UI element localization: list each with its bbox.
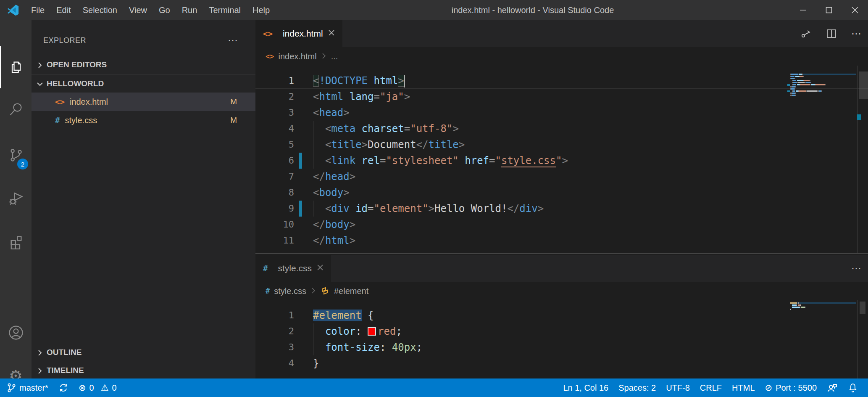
breadcrumb-file[interactable]: index.html [278,52,316,61]
line-number: 10 [255,217,294,233]
breadcrumb-bottom[interactable]: # style.css #element [255,282,868,300]
line-number: 1 [255,73,294,89]
code-line-8[interactable]: 8<body> [255,185,868,201]
menu-edit[interactable]: Edit [50,5,76,15]
menu-view[interactable]: View [123,5,153,15]
code-line-2[interactable]: 2<html lang="ja"> [255,89,868,105]
more-actions-icon[interactable]: ⋯ [851,262,862,274]
close-tab-icon[interactable] [328,29,335,38]
blocked-icon: ⊘ [765,383,773,393]
line-number: 2 [255,89,294,105]
extensions-activity-button[interactable] [0,230,32,254]
open-editors-section[interactable]: OPEN EDITORS [32,56,255,74]
menu-file[interactable]: File [25,5,50,15]
timeline-label: TIMELINE [47,366,84,375]
line-number: 1 [255,307,294,323]
breadcrumb-symbol[interactable]: ... [331,52,338,61]
line-number: 3 [255,339,294,355]
code-line-4[interactable]: 4 <meta charset="utf-8"> [255,121,868,137]
chevron-right-icon [321,52,327,61]
editor-group-top: <> index.html ⋯ <> index.html ... 1<!DOC… [255,20,868,253]
code-line-7[interactable]: 7</head> [255,169,868,185]
code-line-1[interactable]: 1#element { [255,307,868,323]
outline-section[interactable]: OUTLINE [32,343,255,361]
code-editor-style-css[interactable]: 1#element {2 color: red;3 font-size: 40p… [255,300,868,378]
vscode-logo [7,4,19,16]
html-file-icon: <> [266,52,274,61]
minimap[interactable] [790,74,856,97]
branch-indicator[interactable]: master* [0,378,53,397]
breadcrumb-top[interactable]: <> index.html ... [255,47,868,66]
code-editor-index-html[interactable]: 1<!DOCTYPE html>2<html lang="ja">3<head>… [255,66,868,253]
overview-ruler-modified-mark [857,114,861,120]
minimize-button[interactable] [790,0,816,20]
line-number: 9 [255,201,294,217]
run-debug-activity-button[interactable] [0,186,32,210]
split-editor-icon[interactable] [826,28,837,39]
account-button[interactable] [0,321,32,344]
indentation-setting[interactable]: Spaces: 2 [613,378,661,397]
encoding-setting[interactable]: UTF-8 [661,378,695,397]
code-line-3[interactable]: 3<head> [255,105,868,121]
editor-actions: ⋯ [801,20,862,47]
line-number: 4 [255,355,294,371]
eol-setting[interactable]: CRLF [695,378,727,397]
sync-button[interactable] [53,378,74,397]
scrollbar-thumb[interactable] [860,302,865,314]
menu-selection[interactable]: Selection [77,5,123,15]
maximize-button[interactable] [816,0,842,20]
search-icon [8,102,24,117]
breadcrumb-symbol[interactable]: #element [334,286,368,296]
code-line-5[interactable]: 5 <title>Document</title> [255,137,868,153]
chevron-right-icon [37,367,43,374]
code-line-3[interactable]: 3 font-size: 40px; [255,339,868,355]
menu-help[interactable]: Help [247,5,276,15]
explorer-activity-button[interactable] [0,56,32,79]
line-number: 4 [255,121,294,137]
code-line-9[interactable]: 9 <div id="element">Hello World!</div> [255,201,868,217]
chevron-right-icon [37,349,43,356]
css-file-icon: # [266,287,270,295]
feedback-icon [827,383,838,393]
html-file-icon: <> [55,97,65,106]
timeline-section[interactable]: TIMELINE [32,361,255,379]
activity-bar: 2 ⚙ [0,20,32,378]
file-item-style-css[interactable]: # style.css M [32,111,255,130]
code-line-10[interactable]: 10</body> [255,217,868,233]
language-mode[interactable]: HTML [727,378,760,397]
minimap[interactable] [790,302,856,311]
breadcrumb-file[interactable]: style.css [274,286,306,296]
source-control-activity-button[interactable]: 2 [0,143,32,167]
tab-style-css[interactable]: # style.css [255,255,331,282]
files-icon [8,60,24,75]
problems-indicator[interactable]: ⊗ 0 ⚠ 0 [74,378,122,397]
explorer-more-actions-icon[interactable]: ⋯ [228,34,239,46]
cursor-position[interactable]: Ln 1, Col 16 [558,378,613,397]
menu-go[interactable]: Go [153,5,176,15]
minimize-icon [799,6,807,14]
tab-bar-top: <> index.html ⋯ [255,20,868,47]
more-actions-icon[interactable]: ⋯ [851,28,862,40]
scrollbar-thumb[interactable] [859,71,868,99]
code-line-4[interactable]: 4} [255,355,868,371]
account-icon [8,325,24,341]
code-line-1[interactable]: 1<!DOCTYPE html> [255,73,868,89]
close-window-button[interactable] [842,0,868,20]
tab-bar-bottom: # style.css ⋯ [255,255,868,282]
file-item-index-html[interactable]: <> index.html M [32,93,255,111]
menu-run[interactable]: Run [176,5,203,15]
live-server-port[interactable]: ⊘ Port : 5500 [760,378,822,397]
maximize-icon [825,6,833,14]
menu-terminal[interactable]: Terminal [203,5,247,15]
code-line-6[interactable]: 6 <link rel="stylesheet" href="style.css… [255,153,868,169]
tab-index-html[interactable]: <> index.html [255,20,342,47]
text-cursor [404,75,405,87]
close-tab-icon[interactable] [317,264,324,273]
search-activity-button[interactable] [0,98,32,121]
open-changes-icon[interactable] [801,28,812,39]
code-line-2[interactable]: 2 color: red; [255,323,868,339]
notifications-button[interactable] [843,378,865,397]
feedback-button[interactable] [822,378,843,397]
folder-section[interactable]: HELLOWORLD [32,74,255,93]
code-line-11[interactable]: 11</html> [255,233,868,249]
